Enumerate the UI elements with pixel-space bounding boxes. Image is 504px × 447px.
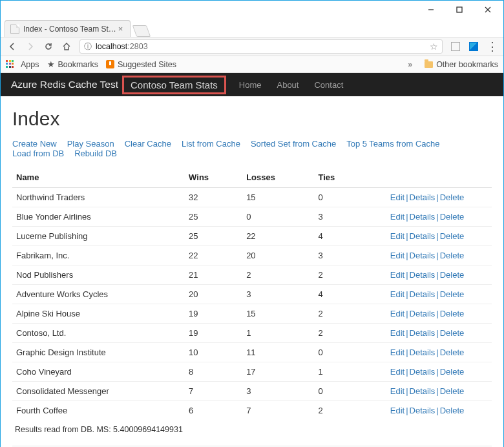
reload-button[interactable] — [41, 39, 56, 54]
col-name: Name — [12, 167, 185, 188]
row-delete-link[interactable]: Delete — [440, 212, 465, 222]
action-link[interactable]: Load from DB — [12, 149, 64, 158]
new-tab-button[interactable] — [132, 25, 151, 37]
cell-actions: Edit|Details|Delete — [386, 207, 492, 227]
site-navbar: Azure Redis Cache Test Contoso Team Stat… — [1, 73, 503, 96]
row-details-link[interactable]: Details — [410, 192, 436, 202]
row-delete-link[interactable]: Delete — [440, 270, 465, 280]
window-maximize-button[interactable] — [445, 1, 474, 19]
row-details-link[interactable]: Details — [410, 406, 436, 415]
table-row: Contoso, Ltd.1912Edit|Details|Delete — [12, 324, 492, 343]
back-button[interactable] — [5, 39, 20, 54]
row-delete-link[interactable]: Delete — [440, 328, 465, 338]
extension-slot-2[interactable] — [466, 39, 481, 54]
row-edit-link[interactable]: Edit — [390, 231, 404, 241]
site-brand[interactable]: Azure Redis Cache Test — [11, 79, 118, 90]
cell-losses: 11 — [242, 343, 314, 362]
row-edit-link[interactable]: Edit — [390, 289, 404, 299]
row-edit-link[interactable]: Edit — [390, 270, 404, 280]
other-bookmarks-folder[interactable]: Other bookmarks — [425, 60, 498, 69]
forward-button[interactable] — [23, 39, 38, 54]
table-row: Adventure Works Cycles2034Edit|Details|D… — [12, 285, 492, 304]
row-delete-link[interactable]: Delete — [440, 367, 465, 377]
col-ties: Ties — [314, 167, 386, 188]
browser-window: Index - Contoso Team St… × ⓘ localhost:2… — [0, 0, 504, 447]
cell-name: Fourth Coffee — [12, 401, 185, 421]
bookmarks-overflow-button[interactable]: » — [408, 60, 410, 69]
row-edit-link[interactable]: Edit — [390, 348, 404, 357]
row-details-link[interactable]: Details — [410, 231, 436, 241]
row-details-link[interactable]: Details — [410, 328, 436, 338]
bookmark-star-icon[interactable]: ☆ — [430, 41, 438, 52]
row-details-link[interactable]: Details — [410, 386, 436, 396]
cell-actions: Edit|Details|Delete — [386, 324, 492, 343]
home-button[interactable] — [59, 39, 74, 54]
nav-link-contact[interactable]: Contact — [308, 80, 350, 90]
nav-link-home[interactable]: Home — [233, 80, 268, 90]
row-delete-link[interactable]: Delete — [440, 192, 465, 202]
bookmarks-folder[interactable]: ★ Bookmarks — [47, 59, 99, 69]
cell-losses: 20 — [242, 246, 314, 265]
action-link[interactable]: Create New — [12, 139, 57, 149]
extension-slot-1[interactable] — [448, 39, 463, 54]
table-row: Coho Vineyard8171Edit|Details|Delete — [12, 362, 492, 382]
row-edit-link[interactable]: Edit — [390, 406, 404, 415]
cell-ties: 2 — [314, 304, 386, 324]
row-delete-link[interactable]: Delete — [440, 406, 465, 415]
apps-shortcut[interactable]: Apps — [6, 60, 39, 69]
row-edit-link[interactable]: Edit — [390, 212, 404, 222]
action-link[interactable]: Play Season — [67, 139, 114, 149]
browser-menu-button[interactable]: ⋮ — [484, 39, 499, 54]
row-edit-link[interactable]: Edit — [390, 328, 404, 338]
suggested-sites-link[interactable]: Suggested Sites — [106, 60, 176, 69]
row-details-link[interactable]: Details — [410, 367, 436, 377]
window-close-button[interactable] — [474, 1, 502, 19]
site-navbar-highlight[interactable]: Contoso Team Stats — [122, 76, 226, 94]
row-edit-link[interactable]: Edit — [390, 309, 404, 318]
row-delete-link[interactable]: Delete — [440, 251, 465, 260]
status-text: Results read from DB. MS: 5.400096941499… — [12, 420, 492, 437]
window-minimize-button[interactable] — [417, 1, 445, 19]
row-details-link[interactable]: Details — [410, 309, 436, 318]
address-bar[interactable]: ⓘ localhost:2803 ☆ — [79, 39, 443, 54]
action-link[interactable]: Rebuild DB — [74, 149, 117, 158]
cell-actions: Edit|Details|Delete — [386, 227, 492, 246]
row-delete-link[interactable]: Delete — [440, 231, 465, 241]
cell-name: Coho Vineyard — [12, 362, 185, 382]
row-edit-link[interactable]: Edit — [390, 386, 404, 396]
row-delete-link[interactable]: Delete — [440, 348, 465, 357]
apps-grid-icon — [6, 60, 15, 69]
action-link[interactable]: Clear Cache — [125, 139, 171, 149]
action-link[interactable]: Top 5 Teams from Cache — [346, 139, 439, 149]
url-host: localhost — [96, 42, 127, 51]
cell-losses: 1 — [242, 324, 314, 343]
nav-link-about[interactable]: About — [270, 80, 305, 90]
cell-actions: Edit|Details|Delete — [386, 246, 492, 265]
row-delete-link[interactable]: Delete — [440, 289, 465, 299]
site-info-icon[interactable]: ⓘ — [84, 41, 92, 52]
row-edit-link[interactable]: Edit — [390, 251, 404, 260]
row-details-link[interactable]: Details — [410, 289, 436, 299]
cell-ties: 0 — [314, 343, 386, 362]
row-edit-link[interactable]: Edit — [390, 367, 404, 377]
row-details-link[interactable]: Details — [410, 251, 436, 260]
row-details-link[interactable]: Details — [410, 212, 436, 222]
cell-ties: 2 — [314, 324, 386, 343]
tab-close-button[interactable]: × — [116, 24, 125, 34]
action-link[interactable]: Sorted Set from Cache — [251, 139, 336, 149]
row-delete-link[interactable]: Delete — [440, 309, 465, 318]
cell-wins: 21 — [185, 265, 242, 285]
svg-rect-1 — [457, 7, 462, 12]
cell-wins: 8 — [185, 362, 242, 382]
page-title: Index — [12, 108, 492, 130]
cell-name: Alpine Ski House — [12, 304, 185, 324]
row-edit-link[interactable]: Edit — [390, 192, 404, 202]
cell-ties: 2 — [314, 401, 386, 421]
row-details-link[interactable]: Details — [410, 348, 436, 357]
row-delete-link[interactable]: Delete — [440, 386, 465, 396]
browser-tab[interactable]: Index - Contoso Team St… × — [5, 20, 131, 37]
cell-name: Lucerne Publishing — [12, 227, 185, 246]
cell-actions: Edit|Details|Delete — [386, 304, 492, 324]
action-link[interactable]: List from Cache — [182, 139, 240, 149]
row-details-link[interactable]: Details — [410, 270, 436, 280]
